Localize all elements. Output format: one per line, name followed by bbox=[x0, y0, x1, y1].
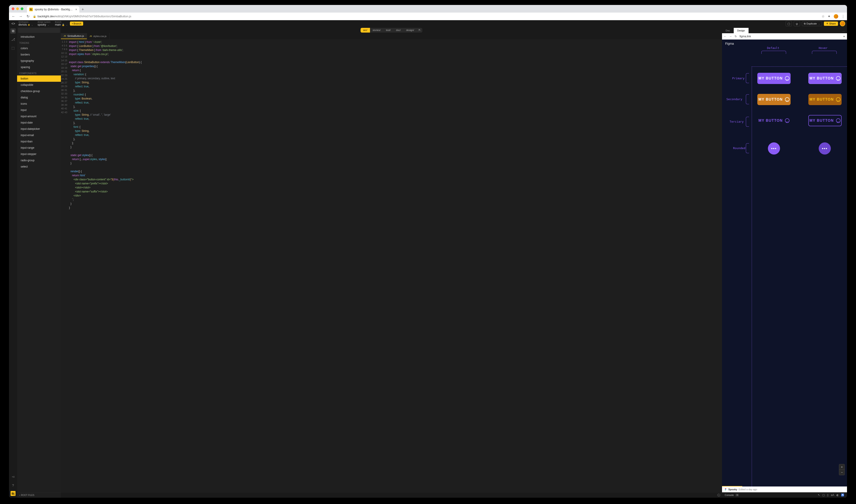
sidebar-item-input-date[interactable]: input-date bbox=[17, 120, 61, 126]
chevron-down-icon: ⌄ bbox=[66, 23, 68, 26]
sidebar-item-colors[interactable]: colors bbox=[17, 45, 61, 51]
git-icon[interactable]: ⎇ bbox=[10, 37, 16, 42]
js-icon: JS bbox=[64, 35, 66, 37]
sidebar-item-borders[interactable]: borders bbox=[17, 51, 61, 58]
files-icon[interactable]: ⧉ bbox=[10, 28, 16, 34]
nav-fwd-icon[interactable]: → bbox=[18, 14, 23, 18]
address-bar: ← → ↻ 🔒 backlight.dev/edit/qGNKrpV0MN3VH… bbox=[9, 13, 320, 20]
js-icon: JS bbox=[90, 35, 92, 37]
plus-icon: + bbox=[72, 22, 73, 25]
sidebar-item-input-stepper[interactable]: input-stepper bbox=[17, 151, 61, 157]
code-icon[interactable]: <> bbox=[11, 21, 16, 26]
branch-selector[interactable]: Branch main🔒⌄ bbox=[53, 21, 70, 26]
sidebar-item-button[interactable]: button bbox=[17, 75, 61, 82]
workspace-selector[interactable]: Workspace divriots◈⌄ bbox=[16, 21, 35, 26]
activity-rail: ⧉ ⎇ ⬚ ◅ ? B| bbox=[9, 27, 17, 189]
sidebar-item-introduction[interactable]: introduction bbox=[17, 34, 61, 40]
sidebar-item-input-iban[interactable]: input-iban bbox=[17, 138, 61, 145]
workspace-label: Workspace bbox=[18, 21, 33, 23]
browser-tab[interactable]: B| spooky by @divriots - Backlig… × bbox=[27, 6, 80, 13]
sidebar-item-checkbox-group[interactable]: checkbox-group bbox=[17, 88, 61, 94]
tab-title: spooky by @divriots - Backlig… bbox=[35, 8, 73, 11]
code-editor[interactable]: 1 2 3 4 5 6 7 8 9 10 11 12 13 14 15 16 1… bbox=[61, 39, 320, 189]
sidebar-item-select[interactable]: select bbox=[17, 163, 61, 170]
close-tab-icon[interactable]: × bbox=[75, 7, 77, 11]
browser-window: B| spooky by @divriots - Backlig… × + ← … bbox=[9, 5, 320, 189]
sidebar-item-input-amount[interactable]: input-amount bbox=[17, 113, 61, 120]
new-tab-icon[interactable]: + bbox=[82, 7, 84, 12]
lock-icon: 🔒 bbox=[33, 15, 36, 18]
nav-back-icon[interactable]: ← bbox=[11, 14, 16, 18]
sidebar-header-components: COMPONENTS bbox=[17, 70, 61, 75]
editor-pane: src/stories/test/doc/design/⇱ JSSimbaBut… bbox=[61, 27, 320, 189]
gutter: 1 2 3 4 5 6 7 8 9 10 11 12 13 14 15 16 1… bbox=[61, 39, 69, 189]
sidebar-item-input-email[interactable]: input-email bbox=[17, 132, 61, 138]
titlebar: B| spooky by @divriots - Backlig… × + bbox=[9, 5, 320, 13]
traffic-max[interactable] bbox=[21, 7, 23, 10]
ds-value: spooky bbox=[37, 23, 46, 26]
app-shell: <> Workspace divriots◈⌄ design system sp… bbox=[9, 20, 320, 189]
sidebar-item-icons[interactable]: icons bbox=[17, 101, 61, 107]
workspace-value: divriots bbox=[18, 23, 27, 26]
sidebar-item-input-datepicker[interactable]: input-datepicker bbox=[17, 126, 61, 132]
design-system-selector[interactable]: design system spooky⌄ bbox=[35, 21, 53, 26]
sidebar-item-input[interactable]: input bbox=[17, 107, 61, 113]
sidebar-item-input-range[interactable]: input-range bbox=[17, 145, 61, 151]
sidebar-item-typography[interactable]: typography bbox=[17, 58, 61, 64]
package-icon[interactable]: ⬚ bbox=[10, 46, 16, 51]
new-branch-button[interactable]: +Branch bbox=[70, 21, 83, 25]
sidebar-item-collapsible[interactable]: collapsible bbox=[17, 82, 61, 88]
branch-button-label: Branch bbox=[73, 22, 81, 25]
app-topbar: <> Workspace divriots◈⌄ design system sp… bbox=[9, 20, 320, 27]
branch-value: main bbox=[55, 23, 61, 26]
nav-reload-icon[interactable]: ↻ bbox=[25, 14, 30, 18]
file-tab[interactable]: JSstyles.css.js bbox=[87, 33, 109, 39]
sidebar-item-dialog[interactable]: dialog bbox=[17, 94, 61, 101]
file-tabs: JSSimbaButton.jsJSstyles.css.js bbox=[61, 33, 320, 39]
sidebar-search[interactable] bbox=[18, 28, 60, 33]
url-host: backlight.dev/edit/qGNKrpV0MN3VHs07aYS6/… bbox=[37, 15, 131, 18]
chevron-down-icon: ⌄ bbox=[48, 23, 49, 26]
traffic-close[interactable] bbox=[12, 7, 14, 10]
sidebar-header-tokens: TOKENS bbox=[17, 40, 61, 45]
traffic-min[interactable] bbox=[16, 7, 19, 10]
sidebar-item-radio-group[interactable]: radio-group bbox=[17, 157, 61, 163]
file-tab[interactable]: JSSimbaButton.js bbox=[61, 33, 87, 39]
chevron-down-icon: ⌄ bbox=[31, 23, 33, 26]
favicon: B| bbox=[29, 7, 33, 11]
code-content: import { html } from '~/core'; import { … bbox=[69, 39, 320, 189]
lock-icon: 🔒 bbox=[62, 23, 65, 26]
branch-label: Branch bbox=[55, 21, 68, 23]
url-display[interactable]: 🔒 backlight.dev/edit/qGNKrpV0MN3VHs07aYS… bbox=[33, 15, 320, 18]
sidebar-item-spacing[interactable]: spacing bbox=[17, 64, 61, 70]
ds-label: design system bbox=[37, 21, 51, 23]
file-sidebar: introduction TOKENS colorsborderstypogra… bbox=[17, 27, 61, 189]
